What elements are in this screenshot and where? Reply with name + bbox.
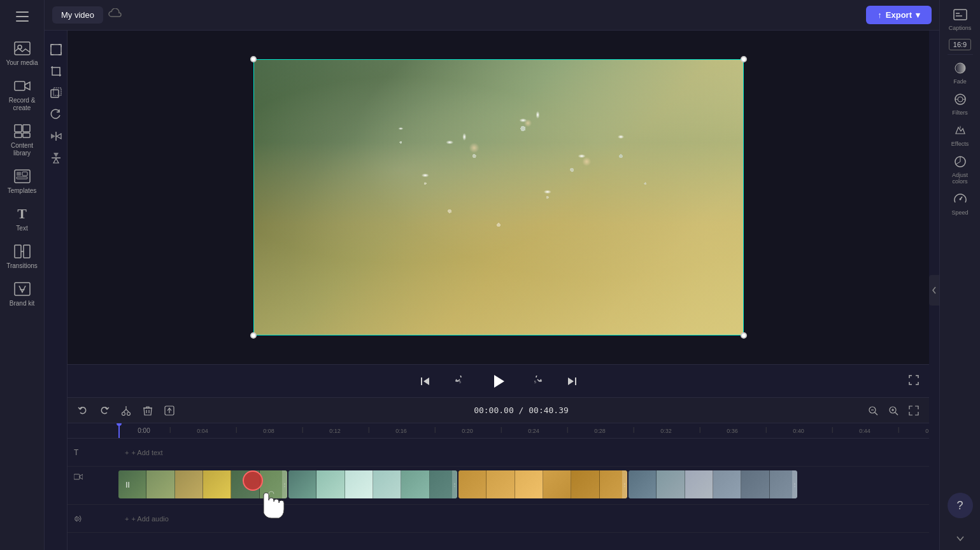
svg-rect-6 xyxy=(15,125,22,132)
left-sidebar: Your media Record &create Contentlibrary xyxy=(0,0,45,550)
video-clip-1[interactable]: ⏸ ⋮ xyxy=(118,470,287,498)
add-to-timeline-button[interactable] xyxy=(160,402,178,420)
undo-button[interactable] xyxy=(74,402,92,420)
right-panel-adjust-colors[interactable]: Adjustcolors xyxy=(942,152,978,188)
play-button[interactable] xyxy=(485,368,512,395)
ruler-mark-24: 0:24 xyxy=(501,428,567,434)
add-audio-plus-icon: + xyxy=(125,515,129,523)
resize-handle-bl[interactable] xyxy=(250,332,257,339)
svg-text:5: 5 xyxy=(459,380,461,384)
skip-to-start-button[interactable] xyxy=(414,370,437,393)
sidebar-item-transitions[interactable]: Transitions xyxy=(3,239,42,274)
ruler-mark-4: 0:04 xyxy=(169,428,236,434)
resize-handle-br[interactable] xyxy=(741,332,747,339)
timeline-time-display: 00:00.00 / 00:40.39 xyxy=(182,405,860,415)
adjust-colors-icon xyxy=(953,156,967,171)
project-name-button[interactable]: My video xyxy=(52,6,103,24)
video-clip-2[interactable]: ⋮ xyxy=(288,470,457,498)
svg-rect-8 xyxy=(15,133,22,138)
right-panel-filters[interactable]: Filters xyxy=(942,90,978,120)
canvas-tool-resize[interactable] xyxy=(47,41,65,59)
redo-button[interactable] xyxy=(96,402,113,420)
timeline-toolbar: 00:00.00 / 00:40.39 xyxy=(67,398,929,423)
panel-chevron-down[interactable] xyxy=(951,532,969,545)
transitions-icon xyxy=(13,243,31,260)
svg-rect-14 xyxy=(15,245,21,258)
svg-rect-2 xyxy=(16,20,29,22)
timeline-playhead-head xyxy=(117,423,122,426)
filters-icon xyxy=(953,94,967,108)
ruler-mark-36: 0:36 xyxy=(699,428,765,434)
svg-point-31 xyxy=(955,63,965,73)
sidebar-item-text[interactable]: T Text xyxy=(3,201,42,236)
add-audio-button[interactable]: + + Add audio xyxy=(125,515,169,523)
sidebar-item-content-library[interactable]: Contentlibrary xyxy=(3,118,42,161)
resize-handle-tr[interactable] xyxy=(741,56,747,62)
brand-kit-icon xyxy=(13,280,31,298)
cloud-save-icon[interactable] xyxy=(108,8,122,22)
resize-handle-tl[interactable] xyxy=(250,56,257,62)
filters-label: Filters xyxy=(952,109,968,116)
help-icon: ? xyxy=(956,499,963,512)
sidebar-item-brand-kit[interactable]: Brand kit xyxy=(3,276,42,311)
right-panel-effects[interactable]: Effects xyxy=(942,121,978,151)
video-clip-4[interactable]: ⋮ xyxy=(628,470,797,498)
video-frame xyxy=(253,59,744,335)
aspect-ratio-badge[interactable]: 16:9 xyxy=(949,39,971,50)
add-text-plus-icon: + xyxy=(125,449,129,456)
canvas-tool-flip-h[interactable] xyxy=(47,127,65,145)
forward-5s-button[interactable]: 5 xyxy=(525,370,548,393)
right-panel-speed[interactable]: Speed xyxy=(942,190,978,220)
video-track-row: ⏸ ⋮ xyxy=(67,467,929,505)
record-create-icon xyxy=(13,77,31,95)
collapse-panel-button[interactable] xyxy=(929,275,939,306)
audio-track-content: + + Add audio xyxy=(118,505,929,532)
timeline-expand-button[interactable] xyxy=(905,402,923,420)
clip-pause-icon: ⏸ xyxy=(124,480,132,490)
right-panel-fade[interactable]: Fade xyxy=(942,59,978,88)
canvas-tool-overlay[interactable] xyxy=(47,84,65,102)
fade-label: Fade xyxy=(953,78,967,85)
skip-to-end-button[interactable] xyxy=(560,370,583,393)
zoom-out-button[interactable] xyxy=(864,402,882,420)
svg-rect-20 xyxy=(421,377,422,385)
sidebar-label-your-media: Your media xyxy=(6,59,38,67)
adjust-colors-label: Adjustcolors xyxy=(952,172,968,185)
canvas-tool-rotate[interactable] xyxy=(47,106,65,123)
export-icon: ↑ xyxy=(877,10,882,20)
canvas-tool-flip-v[interactable] xyxy=(47,149,65,167)
svg-rect-0 xyxy=(16,11,29,13)
video-canvas xyxy=(253,59,744,335)
export-button[interactable]: ↑ Export ▾ xyxy=(866,6,932,24)
panel-collapse-area xyxy=(929,31,939,550)
main-area: My video ↑ Export ▾ xyxy=(45,0,939,550)
svg-rect-9 xyxy=(23,133,30,138)
right-panel-captions[interactable]: Captions xyxy=(942,5,978,35)
menu-icon[interactable] xyxy=(10,5,35,28)
video-track-label xyxy=(67,467,118,481)
add-text-label: + Add text xyxy=(131,449,162,456)
clip-2-end-handle[interactable]: ⋮ xyxy=(452,470,457,498)
sidebar-item-templates[interactable]: Templates xyxy=(3,164,42,199)
fullscreen-button[interactable] xyxy=(909,375,919,388)
help-button[interactable]: ? xyxy=(948,493,973,518)
text-track-row: T + + Add text xyxy=(67,439,929,467)
rewind-5s-button[interactable]: 5 xyxy=(450,370,472,393)
svg-rect-13 xyxy=(17,177,27,179)
add-text-button[interactable]: + + Add text xyxy=(125,449,163,456)
clip-1-end-handle[interactable]: ⋮ xyxy=(282,470,287,498)
delete-button[interactable] xyxy=(139,402,157,420)
canvas-tool-crop[interactable] xyxy=(47,62,65,80)
ruler-mark-28: 0:28 xyxy=(567,428,633,434)
clip-3-end-handle[interactable]: ⋮ xyxy=(622,470,627,498)
clip-4-end-handle[interactable]: ⋮ xyxy=(792,470,797,498)
captions-icon xyxy=(953,9,967,24)
effects-icon xyxy=(953,125,967,139)
ruler-mark-16: 0:16 xyxy=(368,428,434,434)
sidebar-item-record-create[interactable]: Record &create xyxy=(3,73,42,116)
sidebar-item-your-media[interactable]: Your media xyxy=(3,36,42,71)
effects-label: Effects xyxy=(951,141,969,147)
video-clip-3[interactable]: ⋮ xyxy=(458,470,627,498)
zoom-in-button[interactable] xyxy=(884,402,902,420)
cut-button[interactable] xyxy=(117,402,135,420)
